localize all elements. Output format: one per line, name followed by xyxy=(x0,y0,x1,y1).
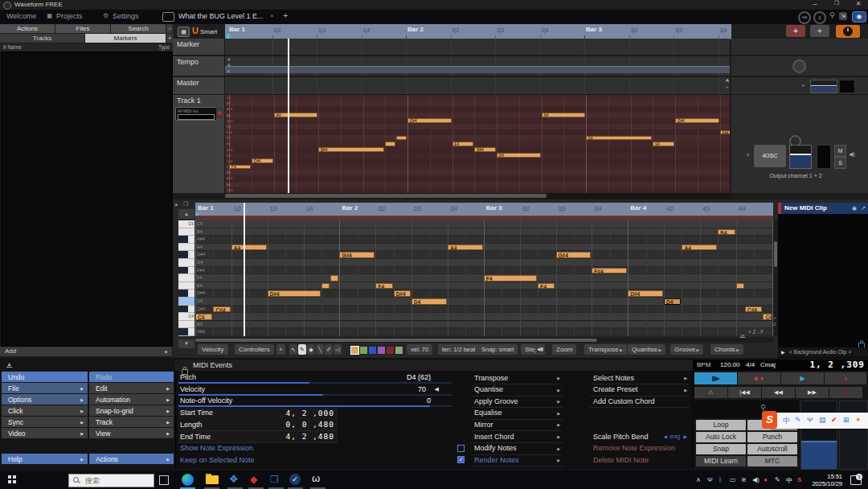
midi-note[interactable]: D4 xyxy=(664,298,681,305)
midi-note[interactable]: E4 xyxy=(375,283,392,290)
add-button[interactable]: Add ▶ xyxy=(0,347,172,356)
zoom-button[interactable]: Zoom xyxy=(552,344,576,355)
note-colour-swatch[interactable] xyxy=(350,346,359,355)
sogou-logo-icon[interactable]: S xyxy=(762,411,777,429)
tab-tracks[interactable]: Tracks xyxy=(0,34,84,43)
clip-midi-note[interactable] xyxy=(385,142,395,146)
menu-item-snap-to-grid[interactable]: Snap-to-grid▶ xyxy=(89,405,174,416)
diamond-app-icon[interactable]: ◆ xyxy=(250,474,257,485)
cpu-meter-icon[interactable]: 100 xyxy=(798,11,811,24)
note-colour-swatch[interactable] xyxy=(395,346,403,355)
menu-groove[interactable]: Groove ▶ xyxy=(670,344,703,355)
tray-battery-icon[interactable]: ▭ xyxy=(730,476,736,483)
toggle-snap[interactable]: Snap xyxy=(696,444,746,454)
slider-row-note-off-velocity[interactable]: Note-off Velocity0 xyxy=(178,396,452,407)
tray-security-icon[interactable]: ● xyxy=(764,476,768,483)
track-lane[interactable] xyxy=(225,39,730,55)
audition-speaker-icon[interactable]: ◀ xyxy=(435,386,439,392)
scroll-down-key-button[interactable]: ▼ xyxy=(178,339,194,348)
clock-date[interactable]: 2025/10/29 xyxy=(802,480,842,487)
midi-note[interactable]: C#4 xyxy=(213,306,230,313)
note-colour-swatch[interactable] xyxy=(386,346,395,355)
clip-midi-note[interactable]: C#4 xyxy=(252,158,273,163)
menu-item-undo[interactable]: Undo xyxy=(2,372,88,382)
nav-item-projects[interactable]: Projects xyxy=(56,12,83,20)
zoom-control-out[interactable]: - xyxy=(773,328,775,333)
mute-button[interactable]: M xyxy=(834,145,846,157)
midi-note[interactable]: D#4 xyxy=(268,290,321,297)
tray-speaker-icon[interactable]: ◀) xyxy=(752,476,760,483)
add-lane-button[interactable]: + xyxy=(276,344,285,355)
clip-link-icon[interactable]: ↗ xyxy=(861,205,866,212)
time-row-length[interactable]: Length0, 0 ,480 xyxy=(178,419,338,431)
toggle-auto-lock[interactable]: Auto Lock xyxy=(696,432,746,442)
piano-key-fs4[interactable] xyxy=(178,267,194,275)
menu-item-options[interactable]: Options▶ xyxy=(2,394,88,405)
notification-icon[interactable]: 3 xyxy=(850,475,862,485)
tab-actions[interactable]: Actions xyxy=(0,24,55,33)
scroll-up-key-button[interactable]: ▲ xyxy=(178,209,194,219)
master-add-icon[interactable]: + xyxy=(726,84,729,89)
check-app-icon[interactable]: ✓ xyxy=(289,474,301,485)
tray-sogou-icon[interactable]: S xyxy=(797,476,801,483)
menu-item-automation[interactable]: Automation▶ xyxy=(89,394,174,405)
punch-record-indicator[interactable]: ◉ xyxy=(829,387,862,398)
action-render-notes[interactable]: Render Notes▶ xyxy=(471,454,563,466)
time-row-end-time[interactable]: End Time4, 2 ,480 xyxy=(178,431,338,443)
tray-network-icon[interactable]: ≋ xyxy=(741,476,747,483)
timesig-value[interactable]: 4/4 xyxy=(746,361,755,368)
check-row-1[interactable]: Keep on Selected Note✓ xyxy=(178,454,465,466)
step-back-icon[interactable]: ◀▮ xyxy=(535,344,545,355)
tray-microphone-icon[interactable]: Ψ xyxy=(707,476,713,483)
master-knob-icon[interactable] xyxy=(836,25,860,38)
close-window-button[interactable]: ✕ xyxy=(851,0,866,9)
clip-midi-note[interactable]: G#4 xyxy=(407,118,452,123)
piano-roll-timeline[interactable]: Bar 11|21|31|4Bar 22|22|32|4Bar 33|23|33… xyxy=(195,203,773,216)
fast-forward-button[interactable]: ▶▶ xyxy=(796,387,829,398)
tab-markers[interactable]: Markers xyxy=(85,34,166,43)
piano-key-b4[interactable] xyxy=(178,228,194,236)
minimize-button[interactable]: – xyxy=(808,0,822,9)
toggle-autoscroll[interactable]: Autoscroll xyxy=(747,444,797,454)
menu-item-sync[interactable]: Sync▶ xyxy=(2,417,88,427)
start-button[interactable] xyxy=(8,475,16,483)
midi-note[interactable]: G#4 xyxy=(556,252,592,258)
eye-visibility-icon[interactable]: ◉ xyxy=(852,11,866,23)
checkbox-unchecked[interactable] xyxy=(457,445,465,452)
action-delete-midi-note[interactable]: Delete MIDI Note xyxy=(590,454,690,466)
piano-key-gs4[interactable] xyxy=(178,251,194,259)
volume-fader-widget[interactable] xyxy=(789,145,812,169)
midi-note[interactable]: C4 xyxy=(763,314,771,320)
close-tab-icon[interactable]: × xyxy=(270,12,274,19)
piano-key-d4[interactable] xyxy=(178,298,194,306)
tray-language-icon[interactable]: 中 xyxy=(786,476,792,485)
close-panel-icon[interactable]: × xyxy=(166,24,173,33)
action-remove-note-expression[interactable]: Remove Note Expression xyxy=(590,443,690,454)
menu-item-view[interactable]: View▶ xyxy=(89,428,174,438)
velocity-readout[interactable]: vel: 70 xyxy=(407,344,432,355)
add-tab-button[interactable]: + xyxy=(283,10,288,20)
time-row-start-time[interactable]: Start Time4, 2 ,000 xyxy=(178,408,338,420)
note-colour-swatch[interactable] xyxy=(368,346,377,355)
clip-midi-note[interactable]: D4 xyxy=(497,153,541,158)
clip-midi-note[interactable]: A4 xyxy=(542,113,586,117)
piano-key-e4[interactable] xyxy=(178,282,194,290)
pointer-tool-icon[interactable]: ↖ xyxy=(289,344,297,355)
midi-note[interactable]: D4 xyxy=(411,298,447,305)
note-grid[interactable]: C5B4A#4A4G#4G4F#4F4E4D#4D4C#4C4B3A#3C4C#… xyxy=(195,220,773,336)
key-value[interactable]: Cmaj xyxy=(760,361,776,368)
action-equalise[interactable]: Equalise▶ xyxy=(471,408,563,420)
search-box[interactable] xyxy=(68,474,154,487)
checkbox-checked[interactable]: ✓ xyxy=(457,456,465,463)
add-plugin-button[interactable]: + xyxy=(810,25,829,37)
midi-note[interactable]: C#4 xyxy=(745,306,762,313)
waveform-app-icon[interactable]: ω xyxy=(312,472,320,484)
nav-item-settings[interactable]: Settings xyxy=(113,12,139,20)
roll-hscrollbar[interactable] xyxy=(195,338,773,343)
tempo-info-bar[interactable]: BPM120.004/4Cmaj1, 2 ,309 xyxy=(693,360,868,371)
piano-key-c5[interactable]: C5 xyxy=(178,220,194,228)
action-apply-groove[interactable]: Apply Groove▶ xyxy=(471,396,563,408)
midi-note[interactable] xyxy=(736,283,744,290)
piano-key-a4[interactable] xyxy=(178,244,194,252)
tab-search[interactable]: Search xyxy=(111,24,166,33)
